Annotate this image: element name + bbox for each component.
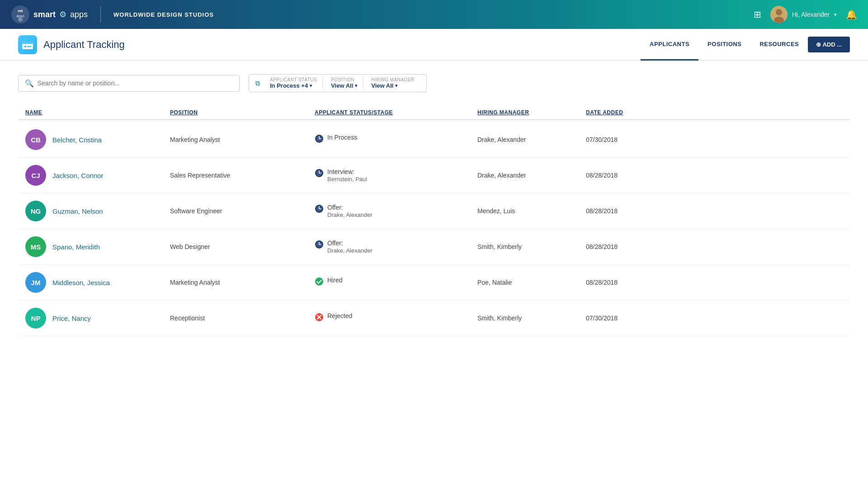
status-cell: In Process — [315, 134, 477, 145]
applicant-cell: CB Belcher, Cristina — [25, 129, 170, 150]
applicant-status-value: In Process +4 ▾ — [270, 82, 317, 89]
tab-positions[interactable]: POSITIONS — [698, 29, 750, 61]
position-cell: Marketing Analyst — [170, 279, 315, 286]
svg-rect-10 — [27, 46, 31, 47]
secondary-navigation: Applicant Tracking APPLICANTS POSITIONS … — [0, 29, 868, 61]
table-row[interactable]: JM Middleson, Jessica Marketing Analyst … — [18, 265, 850, 300]
applicant-name: Belcher, Cristina — [52, 136, 102, 144]
col-header-hiring-manager[interactable]: HIRING MANAGER — [477, 109, 586, 116]
top-navigation: HR direct smart ⚙ apps WORLDWIDE DESIGN … — [0, 0, 868, 29]
applicant-status-filter[interactable]: APPLICANT STATUS In Process +4 ▾ — [264, 77, 323, 89]
applicant-name: Jackson, Connor — [52, 172, 104, 179]
hiring-manager-chevron-icon: ▾ — [395, 83, 397, 88]
status-text: Offer:Drake, Alexander — [327, 204, 373, 218]
hiring-manager-cell: Drake, Alexander — [477, 172, 586, 179]
table-row[interactable]: CJ Jackson, Connor Sales Representative … — [18, 158, 850, 193]
status-cell: Offer:Drake, Alexander — [315, 239, 477, 254]
applicant-name: Guzman, Nelson — [52, 207, 103, 215]
position-cell: Web Designer — [170, 243, 315, 250]
applicant-cell: MS Spano, Meridith — [25, 236, 170, 257]
date-added-cell: 08/28/2018 — [586, 172, 667, 179]
col-header-position[interactable]: POSITION — [170, 109, 315, 116]
date-added-cell: 07/30/2018 — [586, 136, 667, 143]
svg-text:direct: direct — [16, 14, 24, 18]
notification-bell-icon[interactable]: 🔔 — [846, 9, 857, 20]
position-value: View All ▾ — [331, 82, 357, 89]
logo-icon: HR direct — [11, 5, 30, 24]
status-text: Interview:Bernstein, Paul — [327, 168, 367, 183]
tab-applicants[interactable]: APPLICANTS — [641, 29, 698, 61]
status-text: Hired — [327, 277, 342, 284]
status-icon — [315, 277, 324, 288]
logo-area[interactable]: HR direct smart ⚙ apps — [11, 5, 88, 24]
filter-icon: ⧉ — [255, 80, 260, 87]
position-cell: Sales Representative — [170, 172, 315, 179]
position-filter[interactable]: POSITION View All ▾ — [326, 77, 363, 89]
hiring-manager-label: HIRING MANAGER — [371, 77, 414, 82]
applicant-cell: JM Middleson, Jessica — [25, 272, 170, 293]
grid-icon[interactable]: ⊞ — [754, 9, 761, 20]
status-icon — [315, 204, 324, 216]
applicant-table: CB Belcher, Cristina Marketing Analyst I… — [18, 122, 850, 336]
clock-icon — [315, 169, 324, 178]
status-text: In Process — [327, 134, 357, 141]
page-title: Applicant Tracking — [43, 39, 125, 51]
tab-resources[interactable]: RESOURCES — [750, 29, 808, 61]
avatar-circle: CB — [25, 129, 46, 150]
user-greeting: Hi, Alexander — [792, 11, 830, 18]
status-text: Rejected — [327, 312, 352, 319]
status-text: Offer:Drake, Alexander — [327, 239, 373, 254]
company-name: WORLDWIDE DESIGN STUDIOS — [113, 11, 214, 18]
col-header-status[interactable]: APPLICANT STATUS/STAGE — [315, 109, 477, 116]
hiring-manager-cell: Poe, Natalie — [477, 279, 586, 286]
table-row[interactable]: NP Price, Nancy Receptionist Rejected Sm… — [18, 300, 850, 336]
status-cell: Offer:Drake, Alexander — [315, 204, 477, 218]
status-icon — [315, 134, 324, 145]
nav-divider — [100, 6, 101, 23]
applicant-cell: NG Guzman, Nelson — [25, 201, 170, 221]
user-avatar-image — [770, 6, 788, 23]
status-icon — [315, 169, 324, 180]
status-icon — [315, 313, 324, 324]
status-cell: Rejected — [315, 312, 477, 324]
applicant-name: Middleson, Jessica — [52, 279, 110, 286]
clock-icon — [315, 134, 324, 143]
add-button[interactable]: ⊕ ADD ... — [808, 37, 850, 52]
avatar-circle: NG — [25, 201, 46, 221]
search-input[interactable] — [38, 80, 233, 87]
col-header-date[interactable]: DATE ADDED — [586, 109, 667, 116]
applicant-cell: NP Price, Nancy — [25, 308, 170, 328]
applicant-name: Spano, Meridith — [52, 243, 100, 251]
clock-icon — [315, 204, 324, 213]
hired-icon — [315, 277, 324, 286]
table-row[interactable]: NG Guzman, Nelson Software Engineer Offe… — [18, 193, 850, 229]
avatar-circle: NP — [25, 308, 46, 328]
app-icon-image — [21, 38, 34, 51]
nav-tabs: APPLICANTS POSITIONS RESOURCES ⊕ ADD ... — [641, 29, 850, 60]
position-label: POSITION — [331, 77, 357, 82]
hiring-manager-cell: Mendez, Luis — [477, 207, 586, 215]
date-added-cell: 08/28/2018 — [586, 207, 667, 215]
applicant-status-label: APPLICANT STATUS — [270, 77, 317, 82]
col-header-name[interactable]: NAME — [25, 109, 170, 116]
main-content: 🔍 ⧉ APPLICANT STATUS In Process +4 ▾ POS… — [0, 61, 868, 488]
date-added-cell: 08/28/2018 — [586, 243, 667, 250]
user-area[interactable]: Hi, Alexander ▾ — [770, 6, 837, 23]
status-cell: Interview:Bernstein, Paul — [315, 168, 477, 183]
search-box[interactable]: 🔍 — [18, 75, 240, 92]
search-icon: 🔍 — [25, 79, 34, 88]
table-row[interactable]: MS Spano, Meridith Web Designer Offer:Dr… — [18, 229, 850, 265]
hiring-manager-filter[interactable]: HIRING MANAGER View All ▾ — [366, 77, 420, 89]
table-row[interactable]: CB Belcher, Cristina Marketing Analyst I… — [18, 122, 850, 158]
position-cell: Receptionist — [170, 314, 315, 322]
applicant-name: Price, Nancy — [52, 314, 91, 322]
date-added-cell: 08/28/2018 — [586, 279, 667, 286]
svg-rect-8 — [22, 41, 33, 44]
applicant-status-chevron-icon: ▾ — [310, 83, 312, 88]
filter-chips: ⧉ APPLICANT STATUS In Process +4 ▾ POSIT… — [249, 74, 427, 92]
avatar-circle: JM — [25, 272, 46, 293]
avatar-circle: MS — [25, 236, 46, 257]
hiring-manager-value: View All ▾ — [371, 82, 414, 89]
hiring-manager-cell: Smith, Kimberly — [477, 314, 586, 322]
hiring-manager-cell: Smith, Kimberly — [477, 243, 586, 250]
